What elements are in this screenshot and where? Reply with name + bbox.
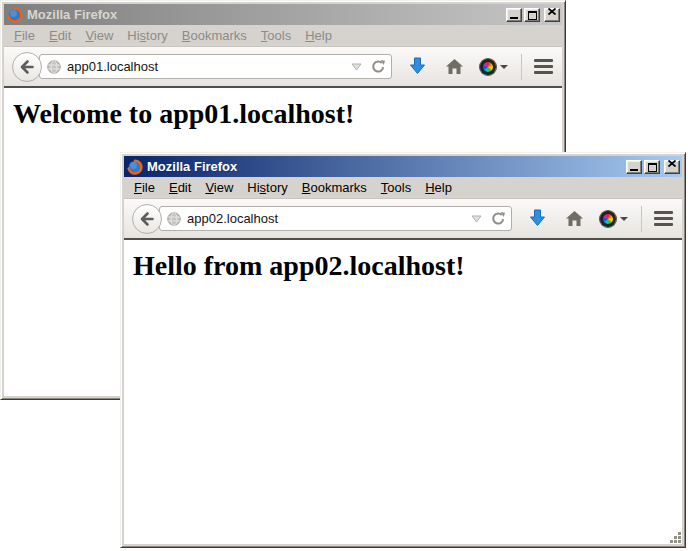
toolbar-separator [521, 54, 522, 80]
open-menu-button[interactable] [534, 59, 553, 74]
close-button[interactable] [544, 8, 560, 22]
close-icon [668, 153, 676, 171]
menu-bar: FileEditViewHistoryBookmarksToolsHelp [4, 25, 562, 46]
site-globe-icon [47, 60, 61, 74]
menu-item-view[interactable]: View [78, 26, 120, 45]
url-text[interactable]: app01.localhost [67, 59, 342, 74]
close-button[interactable] [664, 160, 680, 174]
navigation-toolbar: app02.localhost [124, 198, 682, 238]
page-heading: Welcome to app01.localhost! [13, 98, 562, 130]
reload-icon [371, 59, 386, 74]
downloads-button[interactable] [409, 57, 426, 76]
page-content: Hello from app02.localhost! [124, 238, 682, 544]
menu-item-tools[interactable]: Tools [254, 26, 298, 45]
home-button[interactable] [565, 210, 584, 227]
window-controls [506, 8, 560, 22]
menu-item-help[interactable]: Help [418, 178, 459, 197]
back-button[interactable] [12, 52, 42, 82]
urlbar-dropdown-icon[interactable] [348, 58, 364, 76]
maximize-icon [528, 11, 537, 20]
minimize-icon [630, 169, 638, 171]
menu-item-edit[interactable]: Edit [162, 178, 198, 197]
menu-item-history[interactable]: History [120, 26, 174, 45]
minimize-button[interactable] [506, 8, 522, 22]
url-bar[interactable]: app02.localhost [159, 206, 512, 231]
maximize-button[interactable] [524, 8, 540, 22]
site-globe-icon [167, 212, 181, 226]
title-bar[interactable]: Mozilla Firefox [124, 156, 682, 177]
menu-item-file[interactable]: File [7, 26, 42, 45]
browser-window-app02: Mozilla Firefox FileEditViewHistoryBookm… [120, 152, 686, 548]
home-icon [565, 210, 584, 227]
reload-button[interactable] [490, 210, 506, 228]
url-text[interactable]: app02.localhost [187, 211, 462, 226]
hamburger-menu-icon [654, 211, 673, 226]
minimize-button[interactable] [626, 160, 642, 174]
reload-icon [491, 211, 506, 226]
menu-item-view[interactable]: View [198, 178, 240, 197]
hamburger-menu-icon [534, 59, 553, 74]
toolbar-separator [641, 206, 642, 232]
close-icon [548, 1, 556, 19]
firefox-app-icon [127, 159, 143, 175]
back-arrow-icon [138, 210, 156, 228]
caret-down-icon [620, 217, 628, 221]
color-wheel-icon [600, 211, 616, 227]
download-icon [529, 209, 546, 228]
caret-down-icon [500, 65, 508, 69]
minimize-icon [510, 17, 518, 19]
color-wheel-icon [480, 59, 496, 75]
window-controls [626, 160, 680, 174]
home-icon [445, 58, 464, 75]
menu-item-bookmarks[interactable]: Bookmarks [175, 26, 254, 45]
back-arrow-icon [18, 58, 36, 76]
menu-item-tools[interactable]: Tools [374, 178, 418, 197]
resize-grip[interactable] [668, 530, 681, 543]
maximize-button[interactable] [644, 160, 660, 174]
url-bar[interactable]: app01.localhost [39, 54, 392, 79]
open-menu-button[interactable] [654, 211, 673, 226]
search-engine-button[interactable] [480, 59, 508, 75]
menu-item-history[interactable]: History [240, 178, 294, 197]
title-bar[interactable]: Mozilla Firefox [4, 4, 562, 25]
desktop: Mozilla Firefox FileEditViewHistoryBookm… [0, 0, 688, 551]
firefox-app-icon [7, 7, 23, 23]
download-icon [409, 57, 426, 76]
menu-bar: FileEditViewHistoryBookmarksToolsHelp [124, 177, 682, 198]
menu-item-bookmarks[interactable]: Bookmarks [295, 178, 374, 197]
navigation-toolbar: app01.localhost [4, 46, 562, 86]
maximize-icon [648, 163, 657, 172]
window-title: Mozilla Firefox [27, 7, 502, 23]
page-heading: Hello from app02.localhost! [133, 250, 682, 282]
menu-item-edit[interactable]: Edit [42, 26, 78, 45]
urlbar-dropdown-icon[interactable] [468, 210, 484, 228]
reload-button[interactable] [370, 58, 386, 76]
menu-item-file[interactable]: File [127, 178, 162, 197]
home-button[interactable] [445, 58, 464, 75]
downloads-button[interactable] [529, 209, 546, 228]
search-engine-button[interactable] [600, 211, 628, 227]
window-title: Mozilla Firefox [147, 159, 622, 175]
back-button[interactable] [132, 204, 162, 234]
menu-item-help[interactable]: Help [298, 26, 339, 45]
